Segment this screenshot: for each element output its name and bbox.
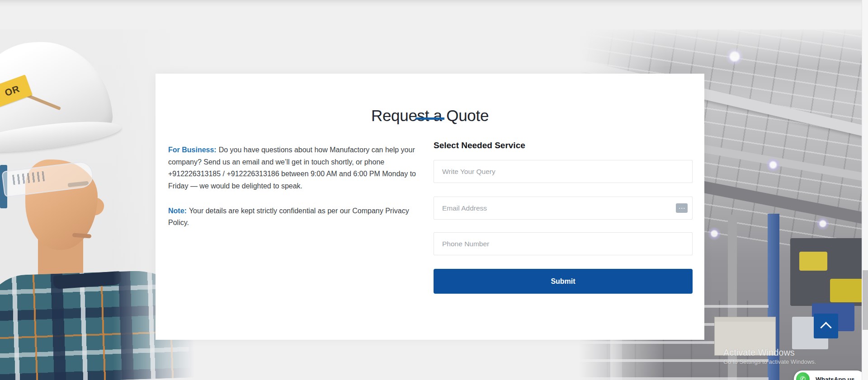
whatsapp-phone-icon: ✆ — [796, 372, 810, 380]
note-label: Note: — [168, 207, 187, 215]
back-to-top-button[interactable] — [814, 314, 838, 338]
form-heading: Select Needed Service — [434, 141, 525, 150]
whatsapp-label: WhatsApp us — [816, 376, 854, 380]
phone-field-wrap — [434, 232, 693, 255]
for-business-paragraph: For Business:Do you have questions about… — [168, 144, 430, 192]
quote-form: Select Needed Service ⋯ Submit — [434, 141, 693, 303]
for-business-label: For Business: — [168, 146, 217, 154]
request-quote-card: Request a Quote For Business:Do you have… — [156, 74, 704, 340]
note-text: Your details are kept strictly confident… — [168, 207, 409, 226]
chevron-up-icon — [820, 322, 831, 333]
query-field-wrap — [434, 160, 693, 183]
intro-text-column: For Business:Do you have questions about… — [168, 144, 430, 229]
query-input[interactable] — [434, 160, 693, 183]
section-title: Request a Quote — [156, 107, 704, 125]
top-section-strip — [0, 0, 868, 29]
watermark-line2: Go to Settings to activate Windows. — [723, 358, 816, 366]
watermark-line1: Activate Windows — [723, 347, 816, 358]
submit-button[interactable]: Submit — [434, 269, 693, 294]
scrollbar-thumb[interactable] — [863, 270, 868, 330]
scrollbar-track[interactable] — [862, 0, 868, 380]
phone-input[interactable] — [434, 232, 693, 255]
whatsapp-button[interactable]: ✆ WhatsApp us — [794, 371, 865, 380]
title-underline — [415, 117, 444, 120]
page: OR Request a Quote — [0, 0, 868, 380]
activate-windows-watermark: Activate Windows Go to Settings to activ… — [723, 347, 816, 366]
email-input[interactable] — [434, 197, 693, 220]
email-field-wrap: ⋯ — [434, 197, 693, 220]
note-paragraph: Note:Your details are kept strictly conf… — [168, 205, 430, 229]
autofill-ellipsis-icon[interactable]: ⋯ — [676, 203, 688, 213]
